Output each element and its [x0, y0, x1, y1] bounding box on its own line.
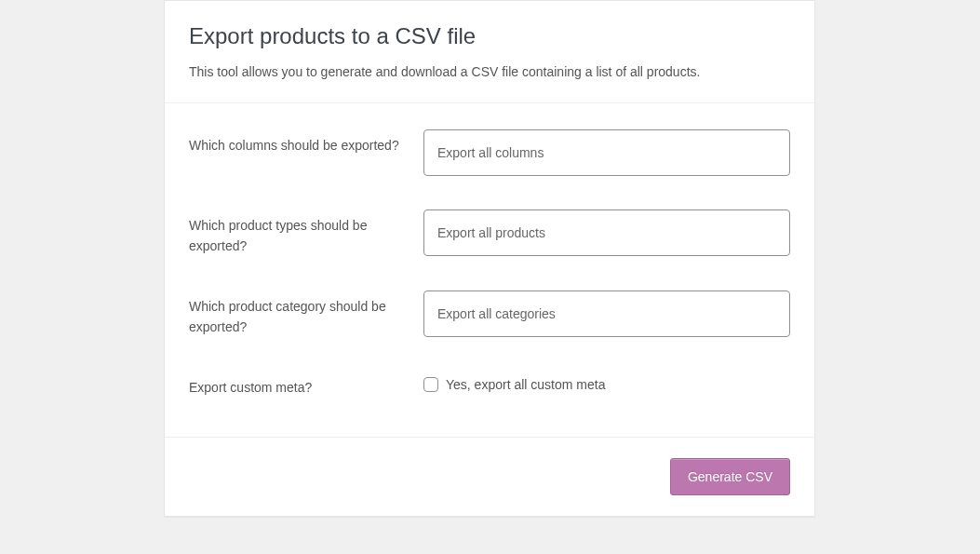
card-header: Export products to a CSV file This tool …	[165, 1, 814, 102]
product-types-control: Export all products	[423, 209, 790, 256]
columns-label: Which columns should be exported?	[189, 129, 423, 155]
page-title: Export products to a CSV file	[189, 23, 790, 49]
generate-csv-button[interactable]: Generate CSV	[670, 458, 790, 495]
category-row: Which product category should be exporte…	[189, 274, 790, 355]
product-types-row: Which product types should be exported? …	[189, 193, 790, 274]
custom-meta-control: Yes, export all custom meta	[423, 372, 790, 392]
category-select[interactable]: Export all categories	[423, 291, 790, 337]
card-footer: Generate CSV	[165, 437, 814, 516]
columns-row: Which columns should be exported? Export…	[189, 113, 790, 193]
custom-meta-label: Export custom meta?	[189, 372, 423, 398]
columns-control: Export all columns	[423, 129, 790, 176]
checkbox-wrapper: Yes, export all custom meta	[423, 372, 790, 392]
custom-meta-checkbox[interactable]	[423, 377, 438, 392]
product-types-label: Which product types should be exported?	[189, 209, 423, 257]
columns-select[interactable]: Export all columns	[423, 129, 790, 176]
card-body: Which columns should be exported? Export…	[165, 102, 814, 437]
custom-meta-row: Export custom meta? Yes, export all cust…	[189, 355, 790, 414]
product-types-select[interactable]: Export all products	[423, 209, 790, 256]
export-card: Export products to a CSV file This tool …	[164, 0, 815, 517]
category-label: Which product category should be exporte…	[189, 291, 423, 338]
page-description: This tool allows you to generate and dow…	[189, 62, 790, 82]
custom-meta-checkbox-label[interactable]: Yes, export all custom meta	[446, 377, 605, 392]
category-control: Export all categories	[423, 291, 790, 337]
